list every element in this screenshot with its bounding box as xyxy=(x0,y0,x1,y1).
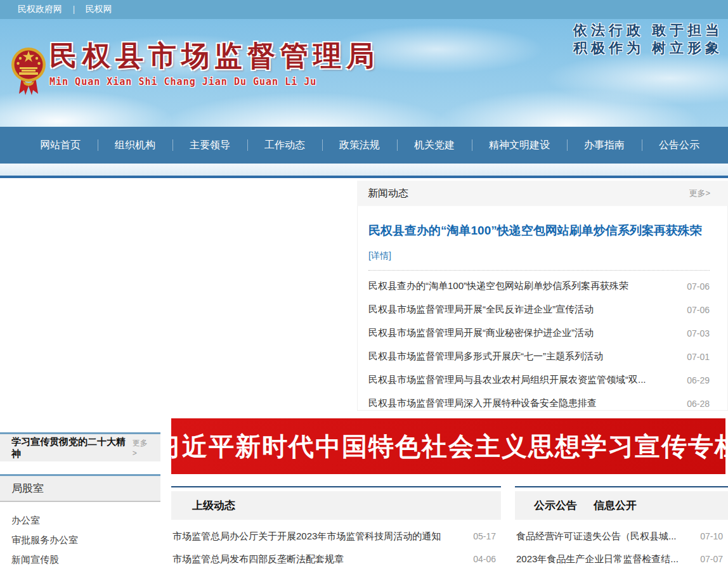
upper-news-item-date: 05-17 xyxy=(473,531,496,541)
notices-list: 食品经营许可证遗失公告（民权县城... 07-10 2023年食品生产企业日常监… xyxy=(515,525,728,570)
site-header: 民权县市场监督管理局 Min Quan Xian Shi Chang Jian … xyxy=(0,19,728,127)
topbar-divider: ｜ xyxy=(70,4,78,15)
dotted-separator xyxy=(368,270,710,271)
news-item[interactable]: 民权县市场监督管理局开展“商业秘密保护进企业”活动 07-03 xyxy=(368,321,710,345)
notices-header: 公示公告 信息公开 xyxy=(515,491,728,520)
dept-item-office[interactable]: 办公室 xyxy=(0,510,160,530)
news-panel-body: 民权县查办的“淘单100”快递空包网站刷单炒信系列案再获殊荣 [详情] 民权县查… xyxy=(357,206,728,411)
notice-item-title: 食品经营许可证遗失公告（民权县城... xyxy=(516,531,677,543)
nav-item-service-guide[interactable]: 办事指南 xyxy=(567,139,642,152)
news-item-date: 06-29 xyxy=(687,375,710,385)
notice-item-date: 07-10 xyxy=(700,531,723,541)
news-more-link[interactable]: 更多> xyxy=(689,188,710,199)
nav-item-announcements[interactable]: 公告公示 xyxy=(642,139,717,152)
news-item-date: 06-28 xyxy=(687,399,710,409)
departments-box-title: 局股室 xyxy=(11,481,44,496)
news-item-title: 民权县市场监督管理局深入开展特种设备安全隐患排查 xyxy=(368,397,597,409)
news-item-title: 民权县市场监督管理局开展“全民反诈进企业”宣传活动 xyxy=(368,304,594,316)
news-item-title: 民权县市场监督管理局开展“商业秘密保护进企业”活动 xyxy=(368,327,594,339)
news-item[interactable]: 民权县市场监督管理局深入开展特种设备安全隐患排查 06-28 xyxy=(368,392,710,411)
notice-item[interactable]: 2023年食品生产企业日常监督检查结... 07-07 xyxy=(515,548,728,570)
party-congress-spirit-box: 学习宣传贯彻党的二十大精神 更多> xyxy=(0,432,160,461)
news-panel: 新闻动态 更多> 民权县查办的“淘单100”快递空包网站刷单炒信系列案再获殊荣 … xyxy=(357,181,728,411)
upper-level-news-panel: 上级动态 市场监管总局办公厅关于开展2023年市场监管科技周活动的通知 05-1… xyxy=(171,486,501,570)
news-item-title: 民权县市场监督管理局与县农业农村局组织开展农资监管领域“双... xyxy=(368,374,646,386)
spirit-box-title: 学习宣传贯彻党的二十大精神 xyxy=(11,436,133,460)
site-title-block: 民权县市场监督管理局 Min Quan Xian Shi Chang Jian … xyxy=(49,38,379,87)
tab-public-notices[interactable]: 公示公告 xyxy=(534,498,577,513)
departments-list: 办公室 审批服务办公室 新闻宣传股 xyxy=(0,510,160,569)
carousel-placeholder xyxy=(0,181,351,411)
nav-item-work-news[interactable]: 工作动态 xyxy=(247,139,322,152)
upper-news-title: 上级动态 xyxy=(192,498,235,513)
upper-news-item[interactable]: 市场监管总局发布四部反垄断法配套规章 04-06 xyxy=(171,548,501,570)
minquan-site-link[interactable]: 民权网 xyxy=(86,4,112,15)
spirit-box-more-link[interactable]: 更多> xyxy=(133,438,152,458)
xi-thought-study-banner[interactable]: 习近平新时代中国特色社会主义思想学习宣传专栏 xyxy=(171,418,725,474)
nav-item-organization[interactable]: 组织机构 xyxy=(98,139,172,152)
nav-item-civilization[interactable]: 精神文明建设 xyxy=(472,139,567,152)
tab-info-disclosure[interactable]: 信息公开 xyxy=(594,498,637,513)
upper-news-item-title: 市场监管总局办公厅关于开展2023年市场监管科技周活动的通知 xyxy=(172,531,441,543)
upper-news-item[interactable]: 市场监管总局办公厅关于开展2023年市场监管科技周活动的通知 05-17 xyxy=(171,525,501,548)
gov-site-link[interactable]: 民权政府网 xyxy=(18,4,62,15)
notice-item[interactable]: 食品经营许可证遗失公告（民权县城... 07-10 xyxy=(515,525,728,548)
news-item[interactable]: 民权县市场监督管理局多形式开展庆“七一”主题系列活动 07-01 xyxy=(368,345,710,368)
main-content: 新闻动态 更多> 民权县查办的“淘单100”快递空包网站刷单炒信系列案再获殊荣 … xyxy=(0,178,728,573)
site-title-pinyin: Min Quan Xian Shi Chang Jian Du Guan Li … xyxy=(49,76,379,87)
upper-news-item-date: 04-06 xyxy=(473,554,496,564)
news-panel-header: 新闻动态 更多> xyxy=(357,181,728,206)
nav-item-leaders[interactable]: 主要领导 xyxy=(172,139,247,152)
site-title: 民权县市场监督管理局 xyxy=(49,38,379,74)
news-item-date: 07-03 xyxy=(687,328,710,338)
dept-item-news-publicity[interactable]: 新闻宣传股 xyxy=(0,550,160,569)
nav-item-home[interactable]: 网站首页 xyxy=(23,139,98,152)
featured-detail-link[interactable]: [详情] xyxy=(368,250,391,262)
slogan-line-1: 依法行政 敢于担当 xyxy=(573,22,723,39)
news-item[interactable]: 民权县查办的“淘单100”快递空包网站刷单炒信系列案再获殊荣 07-06 xyxy=(368,274,710,298)
notice-item-date: 07-07 xyxy=(700,554,723,564)
news-item-title: 民权县市场监督管理局多形式开展庆“七一”主题系列活动 xyxy=(368,351,603,363)
notice-item-title: 2023年食品生产企业日常监督检查结... xyxy=(516,553,679,565)
news-item[interactable]: 民权县市场监督管理局与县农业农村局组织开展农资监管领域“双... 06-29 xyxy=(368,368,710,392)
news-item-title: 民权县查办的“淘单100”快递空包网站刷单炒信系列案再获殊荣 xyxy=(368,280,628,292)
news-list: 民权县查办的“淘单100”快递空包网站刷单炒信系列案再获殊荣 07-06 民权县… xyxy=(368,274,710,411)
featured-news-title[interactable]: 民权县查办的“淘单100”快递空包网站刷单炒信系列案再获殊荣 xyxy=(368,222,710,239)
top-links-bar: 民权政府网 ｜ 民权网 xyxy=(0,0,728,19)
departments-box-header: 局股室 xyxy=(0,474,160,502)
national-emblem-icon xyxy=(10,44,47,103)
upper-news-item-title: 市场监管总局发布四部反垄断法配套规章 xyxy=(172,553,344,565)
banner-text: 习近平新时代中国特色社会主义思想学习宣传专栏 xyxy=(155,429,728,464)
news-panel-title: 新闻动态 xyxy=(368,187,408,200)
upper-news-list: 市场监管总局办公厅关于开展2023年市场监管科技周活动的通知 05-17 市场监… xyxy=(171,525,501,570)
main-nav: 网站首页 组织机构 主要领导 工作动态 政策法规 机关党建 精神文明建设 办事指… xyxy=(0,127,728,164)
cloud-strip xyxy=(0,164,728,176)
nav-item-policies[interactable]: 政策法规 xyxy=(322,139,397,152)
news-item-date: 07-06 xyxy=(687,305,710,315)
slogan-line-2: 积极作为 树立形象 xyxy=(573,39,723,57)
nav-item-party-building[interactable]: 机关党建 xyxy=(397,139,472,152)
notices-panel: 公示公告 信息公开 食品经营许可证遗失公告（民权县城... 07-10 2023… xyxy=(515,486,728,570)
news-item[interactable]: 民权县市场监督管理局开展“全民反诈进企业”宣传活动 07-06 xyxy=(368,298,710,321)
news-item-date: 07-06 xyxy=(687,281,710,292)
news-item-date: 07-01 xyxy=(687,352,710,362)
upper-news-header: 上级动态 xyxy=(171,491,501,520)
header-slogan: 依法行政 敢于担当 积极作为 树立形象 xyxy=(573,22,723,57)
dept-item-approval-service[interactable]: 审批服务办公室 xyxy=(0,530,160,550)
